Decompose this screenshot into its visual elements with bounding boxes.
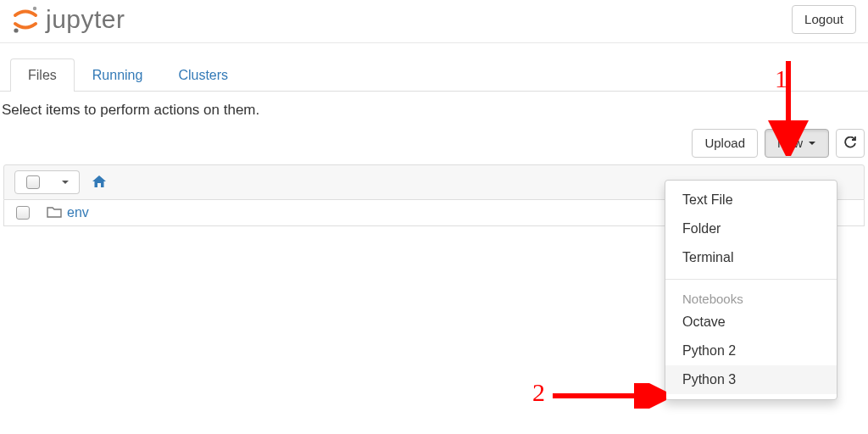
logout-button[interactable]: Logout	[792, 5, 856, 34]
menu-item-folder[interactable]: Folder	[665, 214, 837, 243]
new-dropdown-menu: Text File Folder Terminal Notebooks Octa…	[665, 180, 837, 400]
new-button[interactable]: New	[765, 129, 829, 158]
menu-section-notebooks: Notebooks	[665, 287, 837, 308]
upload-button[interactable]: Upload	[692, 129, 758, 158]
menu-item-textfile[interactable]: Text File	[665, 186, 837, 214]
tab-clusters[interactable]: Clusters	[160, 58, 246, 92]
svg-point-0	[33, 7, 36, 10]
svg-point-1	[14, 28, 18, 32]
file-link[interactable]: env	[67, 205, 89, 220]
annotation-arrow-2	[548, 383, 666, 409]
sort-dropdown[interactable]	[51, 170, 80, 194]
menu-item-python3[interactable]: Python 3	[665, 365, 837, 394]
logo-text: jupyter	[46, 5, 125, 34]
jupyter-planet-icon	[12, 5, 39, 34]
menu-item-terminal[interactable]: Terminal	[665, 243, 837, 272]
caret-down-icon	[61, 178, 70, 186]
tabs: Files Running Clusters	[0, 43, 868, 92]
home-icon	[92, 175, 107, 188]
folder-icon	[47, 206, 62, 220]
breadcrumb-home[interactable]	[92, 175, 107, 191]
menu-divider	[665, 279, 837, 280]
select-all-wrapper[interactable]	[14, 170, 52, 194]
toolbar: Upload New	[0, 129, 868, 164]
jupyter-dashboard: jupyter Logout Files Running Clusters Se…	[0, 0, 868, 434]
select-all-checkbox[interactable]	[26, 175, 40, 189]
row-content: env	[47, 205, 89, 220]
tab-running[interactable]: Running	[75, 58, 161, 92]
header: jupyter Logout	[0, 0, 868, 43]
refresh-button[interactable]	[836, 129, 865, 158]
annotation-number-2: 2	[532, 378, 545, 407]
instruction-text: Select items to perform actions on them.	[0, 92, 868, 129]
menu-item-python2[interactable]: Python 2	[665, 337, 837, 365]
tab-files[interactable]: Files	[10, 58, 75, 92]
new-button-label: New	[777, 136, 803, 151]
menu-item-octave[interactable]: Octave	[665, 308, 837, 337]
jupyter-logo: jupyter	[12, 5, 125, 34]
row-checkbox[interactable]	[16, 206, 30, 220]
caret-down-icon	[808, 139, 816, 147]
refresh-icon	[843, 136, 857, 150]
